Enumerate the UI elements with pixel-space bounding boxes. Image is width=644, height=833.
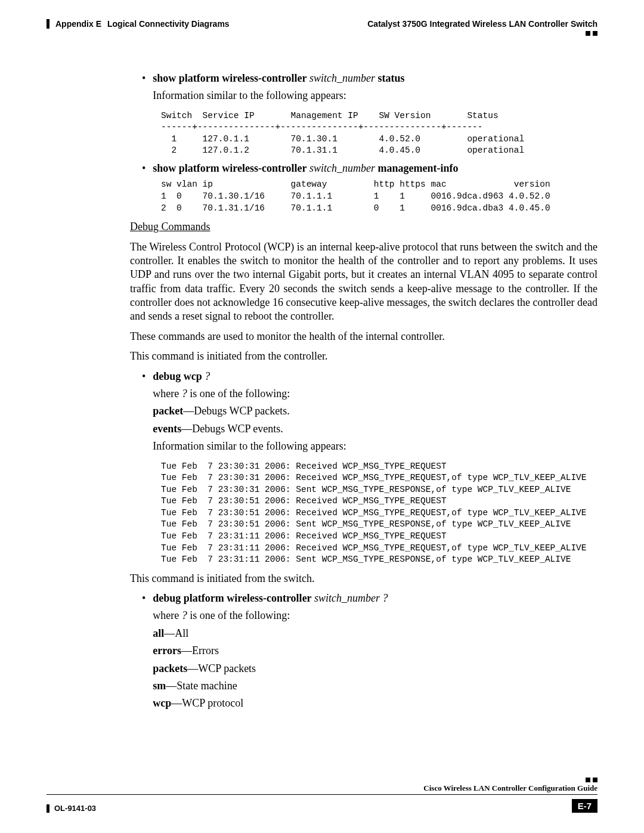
footer-ornament [47, 778, 597, 782]
appendix-label: Appendix E [55, 19, 101, 29]
opt-packets: packets—WCP packets [153, 662, 597, 676]
opt-errors: errors—Errors [153, 644, 597, 658]
footer-left: OL-9141-03 [47, 804, 96, 813]
cmd-prefix: show platform wireless-controller [153, 162, 306, 174]
cmd-arg: switch_number ? [314, 592, 388, 604]
from-controller: This command is initiated from the contr… [130, 349, 597, 363]
page: Appendix E Logical Connectivity Diagrams… [0, 0, 644, 833]
cmd-arg: switch_number [309, 72, 375, 84]
square-icon [593, 778, 597, 782]
cmd-suffix: status [378, 72, 405, 84]
bullet-status: • show platform wireless-controller swit… [142, 72, 597, 157]
opt-all: all—All [153, 627, 597, 640]
where-line: where ? is one of the following: [153, 609, 597, 623]
where-line: where ? is one of the following: [153, 387, 597, 401]
cmd-prefix: debug platform wireless-controller [153, 592, 311, 604]
main-content: • show platform wireless-controller swit… [130, 72, 597, 714]
doc-id: OL-9141-03 [54, 804, 96, 813]
footer-bar-icon [47, 804, 49, 813]
square-icon [586, 778, 590, 782]
page-number: E-7 [572, 799, 597, 813]
bullet-mgmt-info: • show platform wireless-controller swit… [142, 162, 597, 214]
cmd-output-status: Switch Service IP Management IP SW Versi… [161, 110, 597, 157]
header-ornament [367, 31, 597, 36]
wcp-usage: These commands are used to monitor the h… [130, 330, 597, 343]
cmd-prefix: debug wcp [153, 370, 202, 382]
footer-right: E-7 [572, 797, 597, 813]
cmd-output-debug: Tue Feb 7 23:30:31 2006: Received WCP_MS… [161, 461, 597, 566]
square-icon [593, 31, 597, 36]
bullet-dot-icon: • [142, 72, 145, 107]
bullet-debug-platform: • debug platform wireless-controller swi… [142, 592, 597, 714]
cmd-arg: ? [205, 370, 210, 382]
bullet-dot-icon: • [142, 370, 145, 457]
page-header: Appendix E Logical Connectivity Diagrams… [47, 19, 597, 36]
from-switch: This command is initiated from the switc… [130, 572, 597, 586]
opt-events: events—Debugs WCP events. [153, 422, 597, 436]
header-bar-icon [47, 19, 49, 29]
product-name: Catalyst 3750G Integrated Wireless LAN C… [367, 19, 597, 29]
opt-sm: sm—State machine [153, 679, 597, 693]
header-left: Appendix E Logical Connectivity Diagrams [47, 19, 230, 29]
bullet-dot-icon: • [142, 162, 145, 175]
cmd-desc: Information similar to the following app… [153, 89, 597, 103]
debug-heading: Debug Commands [130, 220, 597, 234]
footer-rule [47, 794, 597, 795]
cmd-arg: switch_number [309, 162, 375, 174]
opt-wcp: wcp—WCP protocol [153, 696, 597, 710]
appendix-title: Logical Connectivity Diagrams [107, 19, 230, 29]
output-desc: Information similar to the following app… [153, 439, 597, 453]
square-icon [586, 31, 590, 36]
cmd-suffix: management-info [378, 162, 459, 174]
guide-title: Cisco Wireless LAN Controller Configurat… [47, 784, 597, 793]
header-right: Catalyst 3750G Integrated Wireless LAN C… [367, 19, 597, 36]
cmd-prefix: show platform wireless-controller [153, 72, 306, 84]
bullet-dot-icon: • [142, 592, 145, 714]
opt-packet: packet—Debugs WCP packets. [153, 404, 597, 418]
bullet-debug-wcp: • debug wcp ? where ? is one of the foll… [142, 370, 597, 566]
page-footer: Cisco Wireless LAN Controller Configurat… [47, 778, 597, 813]
cmd-output-mgmt: sw vlan ip gateway http https mac versio… [161, 179, 597, 214]
wcp-description: The Wireless Control Protocol (WCP) is a… [130, 240, 597, 324]
